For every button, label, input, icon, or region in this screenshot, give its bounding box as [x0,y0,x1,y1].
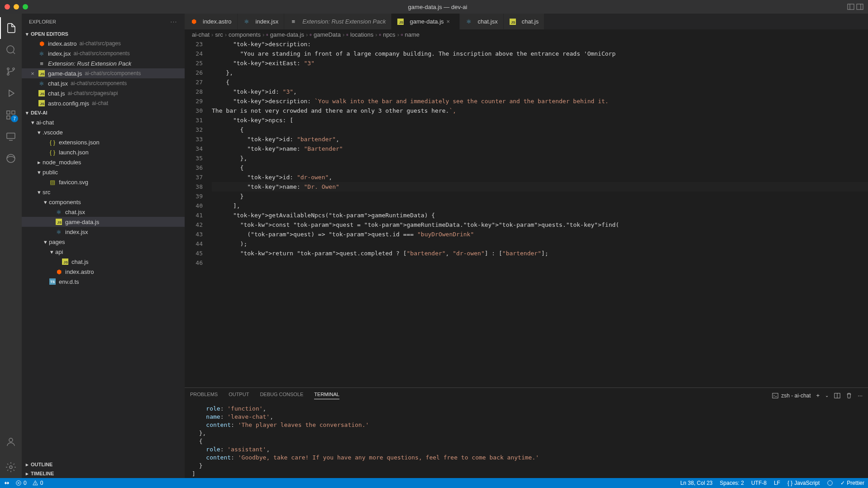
terminal-dropdown-icon[interactable]: ⌄ [825,393,829,398]
editor-tab[interactable]: ⬢index.astro [185,14,238,29]
file-item[interactable]: TSenv.d.ts [22,277,185,287]
timeline-header[interactable]: ▸ TIMELINE [22,469,185,478]
gear-icon [5,462,16,473]
indentation-status[interactable]: Spaces: 2 [720,480,744,486]
breadcrumb-item[interactable]: ▫ name [401,31,420,38]
open-editor-item[interactable]: JSchat.jsai-chat/src/pages/api [22,88,185,98]
split-terminal-icon[interactable] [834,392,840,399]
chevron-icon: ▾ [35,129,43,136]
language-status[interactable]: { } JavaScript [787,480,820,486]
more-icon[interactable]: ··· [171,19,177,24]
feedback-icon[interactable] [827,480,833,486]
encoding-status[interactable]: UTF-8 [751,480,767,486]
eol-status[interactable]: LF [774,480,780,486]
scm-activity[interactable] [0,61,22,82]
open-editor-item[interactable]: ⚛chat.jsxai-chat/src/components [22,78,185,88]
folder-item[interactable]: ▾ai-chat [22,117,185,127]
breadcrumb-item[interactable]: components [229,31,261,38]
titlebar-actions [847,3,863,10]
file-item[interactable]: JSgame-data.js [22,217,185,227]
breadcrumb-item[interactable]: ▫ game-data.js [266,31,304,38]
breadcrumbs[interactable]: ai-chat›src›components›▫ game-data.js›▫ … [185,29,868,39]
panel-tab[interactable]: TERMINAL [314,392,339,399]
extensions-activity[interactable]: 7 [0,104,22,126]
folder-item[interactable]: ▾api [22,247,185,257]
maximize-window[interactable] [23,4,28,10]
terminal-output[interactable]: role: 'function', name: 'leave-chat', co… [185,403,868,478]
open-editors-header[interactable]: ▾ OPEN EDITORS [22,29,185,38]
minimize-window[interactable] [14,4,19,10]
breadcrumb-item[interactable]: ▫ locations [346,31,373,38]
terminal-selector[interactable]: zsh - ai-chat [772,392,811,399]
cursor-position[interactable]: Ln 38, Col 23 [680,480,712,486]
file-item[interactable]: JSchat.js [22,257,185,267]
folder-item[interactable]: ▾pages [22,237,185,247]
errors-status[interactable]: 0 [15,480,27,486]
account-activity[interactable] [0,431,22,453]
code-content[interactable]: "tok-key">description: "You are standing… [212,39,868,388]
warnings-status[interactable]: 0 [32,480,43,486]
breadcrumb-item[interactable]: ▫ npcs [379,31,396,38]
edge-activity[interactable] [0,148,22,169]
panel-tab[interactable]: DEBUG CONSOLE [260,392,303,399]
file-item[interactable]: { }extensions.json [22,137,185,147]
folder-item[interactable]: ▸node_modules [22,157,185,167]
explorer-activity[interactable] [0,17,22,39]
folder-item[interactable]: ▾src [22,187,185,197]
open-editor-item[interactable]: ⬢index.astroai-chat/src/pages [22,38,185,48]
file-item[interactable]: ⚛chat.jsx [22,207,185,217]
folder-item[interactable]: ▾public [22,167,185,177]
file-item[interactable]: ▨favicon.svg [22,177,185,187]
trash-icon[interactable] [846,392,852,399]
open-editors-list: ⬢index.astroai-chat/src/pages⚛index.jsxa… [22,38,185,108]
file-item[interactable]: ⚛index.jsx [22,227,185,237]
activity-bar: 7 [0,14,22,478]
debug-icon [5,88,16,99]
close-icon[interactable]: × [29,70,36,77]
file-item[interactable]: ⬢index.astro [22,267,185,277]
panel-layout-icon-2[interactable] [856,3,863,10]
settings-activity[interactable] [0,456,22,478]
close-window[interactable] [5,4,10,10]
panel-tab[interactable]: OUTPUT [229,392,249,399]
file-icon: JS [55,218,62,225]
remote-icon [5,131,16,142]
svg-rect-18 [773,393,778,398]
chevron-icon: ▾ [42,198,49,206]
open-editor-item[interactable]: ⚛index.jsxai-chat/src/components [22,48,185,58]
editor-tab[interactable]: JSgame-data.js× [391,14,459,29]
panel-layout-icon[interactable] [847,3,854,10]
editor-tab[interactable]: JSchat.js [504,14,545,29]
breadcrumb-item[interactable]: ai-chat [192,31,210,38]
file-item[interactable]: { }launch.json [22,147,185,157]
code-editor[interactable]: 2324252627282930313233343536373839404142… [185,39,868,388]
file-icon: ≡ [38,60,45,67]
folder-item[interactable]: ▾.vscode [22,127,185,137]
outline-header[interactable]: ▸ OUTLINE [22,460,185,469]
open-editor-item[interactable]: ≡Extension: Rust Extension Pack [22,58,185,68]
titlebar: game-data.js — dev-ai [0,0,868,14]
panel-tab[interactable]: PROBLEMS [190,392,218,399]
project-header[interactable]: ▾ DEV-AI [22,108,185,117]
folder-item[interactable]: ▾components [22,197,185,207]
chevron-down-icon: ▾ [24,109,31,116]
editor-area: ⬢index.astro⚛index.jsx≡Extension: Rust E… [185,14,868,478]
remote-activity[interactable] [0,126,22,148]
svg-point-16 [9,438,13,442]
open-editor-item[interactable]: JSastro.config.mjsai-chat [22,98,185,108]
prettier-status[interactable]: ✓ Prettier [840,480,864,486]
debug-activity[interactable] [0,82,22,104]
remote-status[interactable] [4,480,10,486]
search-activity[interactable] [0,39,22,61]
close-icon[interactable]: × [447,18,454,25]
breadcrumb-item[interactable]: ▫ gameData [310,31,341,38]
editor-tab[interactable]: ≡Extension: Rust Extension Pack [284,14,391,29]
editor-tab[interactable]: ⚛index.jsx [238,14,285,29]
new-terminal-icon[interactable]: + [816,392,820,399]
editor-tab[interactable]: ⚛chat.jsx [460,14,504,29]
breadcrumb-item[interactable]: src [215,31,223,38]
bottom-panel: PROBLEMSOUTPUTDEBUG CONSOLETERMINAL zsh … [185,388,868,478]
file-icon: { } [49,139,56,146]
open-editor-item[interactable]: ×JSgame-data.jsai-chat/src/components [22,68,185,78]
panel-more-icon[interactable]: ··· [858,392,863,399]
